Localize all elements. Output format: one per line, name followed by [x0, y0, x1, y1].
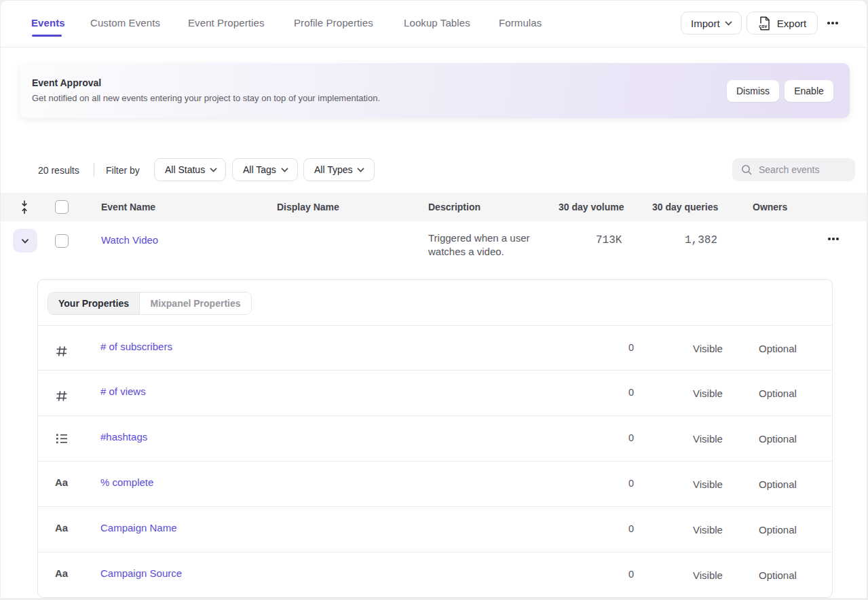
- svg-text:csv: csv: [759, 22, 767, 29]
